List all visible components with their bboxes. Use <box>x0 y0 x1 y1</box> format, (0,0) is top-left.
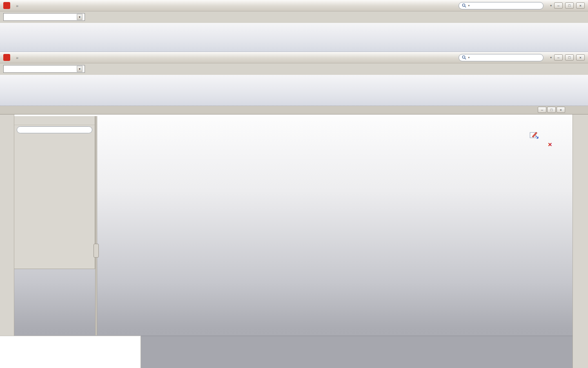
tree-filter-box[interactable] <box>17 126 92 133</box>
search-scope-caret[interactable]: ▾ <box>468 4 470 7</box>
command-manager-row-1 <box>0 23 588 52</box>
title-bar-main[interactable]: » ▾ ▾ – □ × <box>0 0 588 11</box>
maximize-button[interactable]: □ <box>565 54 574 61</box>
command-manager-row-2 <box>0 75 588 106</box>
exit-sketch-button[interactable] <box>529 130 540 141</box>
feature-manager-panel <box>14 116 95 269</box>
display-state-combo[interactable]: ▾ <box>3 13 85 21</box>
search-icon <box>462 3 466 8</box>
document-window-buttons: – □ × <box>537 107 565 113</box>
display-state-combo[interactable]: ▾ <box>3 65 85 73</box>
cancel-sketch-button[interactable]: × <box>548 141 552 149</box>
workspace: × <box>0 114 588 368</box>
solidworks-app: » ▾ ▾ – □ × ▾ » ▾ ▾ – <box>0 0 588 368</box>
exit-sketch-icon <box>529 130 540 140</box>
combo-caret-icon[interactable]: ▾ <box>77 66 82 72</box>
graphics-area[interactable] <box>14 114 572 368</box>
help-caret[interactable]: ▾ <box>550 56 552 59</box>
help-caret[interactable]: ▾ <box>550 4 552 7</box>
display-state-row: ▾ <box>0 63 588 75</box>
maximize-button[interactable]: □ <box>565 2 574 9</box>
feature-manager-header <box>14 116 95 125</box>
search-box[interactable]: ▾ <box>459 2 543 9</box>
minimize-button[interactable]: – <box>554 54 563 61</box>
doc-restore-button[interactable]: □ <box>547 107 556 113</box>
combo-caret-icon[interactable]: ▾ <box>77 14 82 20</box>
search-box[interactable]: ▾ <box>459 54 543 61</box>
close-button[interactable]: × <box>576 54 585 61</box>
panel-splitter-handle[interactable] <box>94 244 99 258</box>
solidworks-logo-icon <box>3 2 10 9</box>
commandmanager-tab-bar: – □ × <box>0 106 588 114</box>
toolbar-overflow-chevron[interactable]: » <box>16 3 18 8</box>
title-bar-sketch[interactable]: » ▾ ▾ – □ × <box>0 52 588 63</box>
minimize-button[interactable]: – <box>554 2 563 9</box>
display-state-row: ▾ <box>0 11 588 23</box>
close-button[interactable]: × <box>576 2 585 9</box>
bottom-left-panel <box>0 336 141 368</box>
toolbar-overflow-chevron[interactable]: » <box>16 55 18 60</box>
doc-close-button[interactable]: × <box>557 107 565 113</box>
search-scope-caret[interactable]: ▾ <box>468 56 470 59</box>
solidworks-logo-icon <box>3 54 10 61</box>
doc-minimize-button[interactable]: – <box>538 107 546 113</box>
left-toolbar <box>0 114 14 368</box>
right-sketch-toolbar <box>572 114 588 368</box>
panel-splitter-rail[interactable] <box>95 116 97 335</box>
search-icon <box>462 55 466 60</box>
